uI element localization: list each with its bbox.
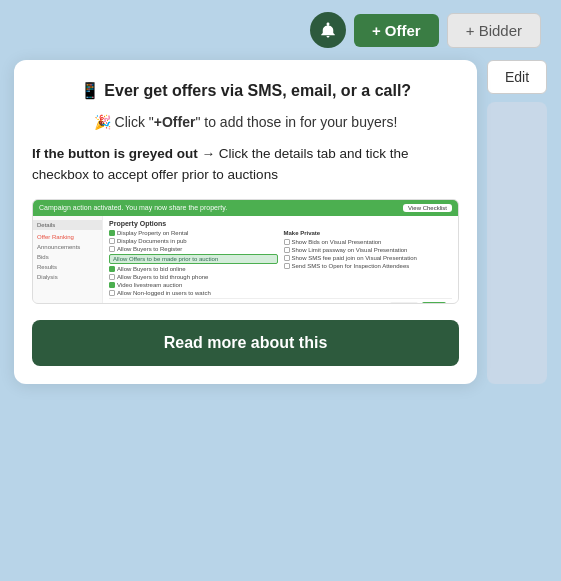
ss-bottom-row: Cancel Save (109, 298, 452, 303)
ss-check-3 (109, 246, 115, 252)
offer-button[interactable]: + Offer (354, 14, 439, 47)
ss-sidebar: Details Offer Ranking Announcements Bids… (33, 216, 103, 303)
subtitle-link: +Offer (154, 114, 196, 130)
ss-check-2 (109, 238, 115, 244)
ss-right-2: Show Limit passway on Visual Presentatio… (284, 247, 453, 253)
read-more-button[interactable]: Read more about this (32, 320, 459, 366)
ss-check-1 (109, 230, 115, 236)
ss-main: Property Options Display Property on Ren… (103, 216, 458, 303)
ss-sidebar-dialysis: Dialysis (33, 272, 102, 282)
ss-check-4 (109, 266, 115, 272)
right-sidebar: Edit (487, 60, 547, 384)
screenshot-preview: Campaign action activated. You may now s… (32, 199, 459, 304)
ss-content: Details Offer Ranking Announcements Bids… (33, 216, 458, 303)
body-bold: If the button is greyed out → (32, 146, 215, 161)
ss-col-right-title: Make Private (284, 230, 453, 236)
ss-option-4: Allow Buyers to bid online (109, 266, 278, 272)
popup-card: 📱 Ever get offers via SMS, email, or a c… (14, 60, 477, 384)
ss-sidebar-bids: Bids (33, 252, 102, 262)
popup-title: 📱 Ever get offers via SMS, email, or a c… (32, 80, 459, 102)
ss-check-5 (109, 274, 115, 280)
top-bar: + Offer + Bidder (0, 0, 561, 60)
bell-button[interactable] (310, 12, 346, 48)
ss-check-6 (109, 282, 115, 288)
ss-cancel: Cancel (390, 302, 419, 303)
ss-topbar-label: Campaign action activated. You may now s… (39, 204, 399, 211)
ss-option-6: Video livestream auction (109, 282, 278, 288)
right-panel-blue (487, 102, 547, 384)
popup-body: If the button is greyed out → Click the … (32, 144, 459, 185)
subtitle-suffix: " to add those in for your buyers! (195, 114, 397, 130)
edit-button[interactable]: Edit (487, 60, 547, 94)
ss-check-7 (109, 290, 115, 296)
ss-option-3: Allow Buyers to Register (109, 246, 278, 252)
ss-header-lbl: Details (33, 220, 102, 230)
ss-right-1: Show Bids on Visual Presentation (284, 239, 453, 245)
ss-check-r1 (284, 239, 290, 245)
bidder-button[interactable]: + Bidder (447, 13, 541, 48)
ss-option-5: Allow Buyers to bid through phone (109, 274, 278, 280)
subtitle-prefix: 🎉 Click " (94, 114, 154, 130)
ss-view-checklist: View Checklist (403, 204, 452, 212)
ss-highlighted-option: Allow Offers to be made prior to auction (109, 254, 278, 264)
ss-sidebar-announcements: Announcements (33, 242, 102, 252)
ss-check-r2 (284, 247, 290, 253)
main-layout: 📱 Ever get offers via SMS, email, or a c… (14, 60, 547, 384)
popup-subtitle: 🎉 Click "+Offer" to add those in for you… (32, 114, 459, 130)
ss-sidebar-offer-ranking: Offer Ranking (33, 232, 102, 242)
ss-section-title: Property Options (109, 220, 452, 227)
ss-sidebar-results: Results (33, 262, 102, 272)
ss-right-3: Show SMS fee paid join on Visual Present… (284, 255, 453, 261)
ss-option-7: Allow Non-logged in users to watch (109, 290, 278, 296)
screenshot-inner: Campaign action activated. You may now s… (33, 200, 458, 303)
ss-option-1: Display Property on Rental (109, 230, 278, 236)
ss-check-r3 (284, 255, 290, 261)
ss-topbar: Campaign action activated. You may now s… (33, 200, 458, 216)
ss-save: Save (422, 302, 446, 303)
ss-check-r4 (284, 263, 290, 269)
ss-option-2: Display Documents in pub (109, 238, 278, 244)
ss-right-4: Send SMS to Open for Inspection Attendee… (284, 263, 453, 269)
